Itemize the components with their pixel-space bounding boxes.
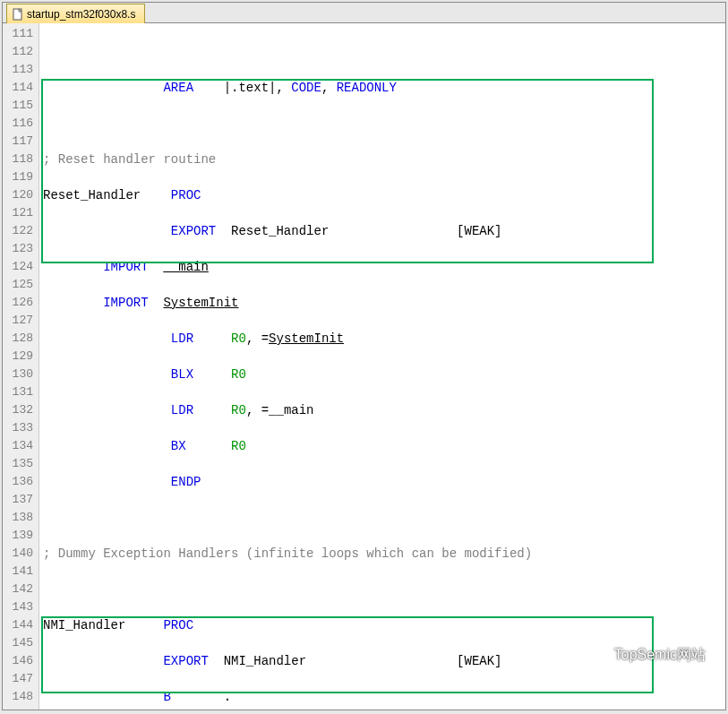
line-number: 132 <box>3 401 39 419</box>
line-number: 133 <box>3 419 39 437</box>
line-number-gutter: 1111121131141151161171181191201211221231… <box>3 23 39 710</box>
line-number: 135 <box>3 455 39 473</box>
line-number: 144 <box>3 616 39 634</box>
line-number: 124 <box>3 258 39 276</box>
line-number: 116 <box>3 115 39 133</box>
line-number: 146 <box>3 652 39 670</box>
file-tab[interactable]: startup_stm32f030x8.s <box>6 4 145 23</box>
line-number: 127 <box>3 312 39 330</box>
tab-filename: startup_stm32f030x8.s <box>27 8 135 21</box>
line-number: 136 <box>3 473 39 491</box>
line-number: 147 <box>3 670 39 688</box>
line-number: 134 <box>3 437 39 455</box>
line-number: 141 <box>3 563 39 581</box>
line-number: 111 <box>3 25 39 43</box>
line-number: 130 <box>3 366 39 383</box>
line-number: 120 <box>3 186 39 204</box>
line-number: 142 <box>3 581 39 598</box>
line-number: 131 <box>3 383 39 401</box>
line-number: 138 <box>3 509 39 527</box>
document-icon <box>13 8 23 21</box>
editor-window: startup_stm32f030x8.s 111112113114115116… <box>2 2 726 710</box>
line-number: 143 <box>3 598 39 616</box>
line-number: 121 <box>3 204 39 222</box>
line-number: 137 <box>3 491 39 509</box>
code-area[interactable]: AREA |.text|, CODE, READONLY ; Reset han… <box>39 23 725 710</box>
line-number: 145 <box>3 634 39 652</box>
line-number: 114 <box>3 79 39 97</box>
line-number: 139 <box>3 527 39 545</box>
line-number: 115 <box>3 97 39 115</box>
line-number: 118 <box>3 151 39 168</box>
line-number: 148 <box>3 688 39 706</box>
line-number: 117 <box>3 133 39 151</box>
tab-bar: startup_stm32f030x8.s <box>3 3 725 23</box>
line-number: 126 <box>3 294 39 312</box>
line-number: 119 <box>3 168 39 186</box>
line-number: 112 <box>3 43 39 61</box>
line-number: 129 <box>3 348 39 366</box>
line-number: 113 <box>3 61 39 79</box>
editor-area: 1111121131141151161171181191201211221231… <box>3 23 725 710</box>
line-number: 123 <box>3 240 39 258</box>
line-number: 128 <box>3 330 39 348</box>
line-number: 140 <box>3 545 39 563</box>
line-number: 122 <box>3 222 39 240</box>
line-number: 125 <box>3 276 39 294</box>
